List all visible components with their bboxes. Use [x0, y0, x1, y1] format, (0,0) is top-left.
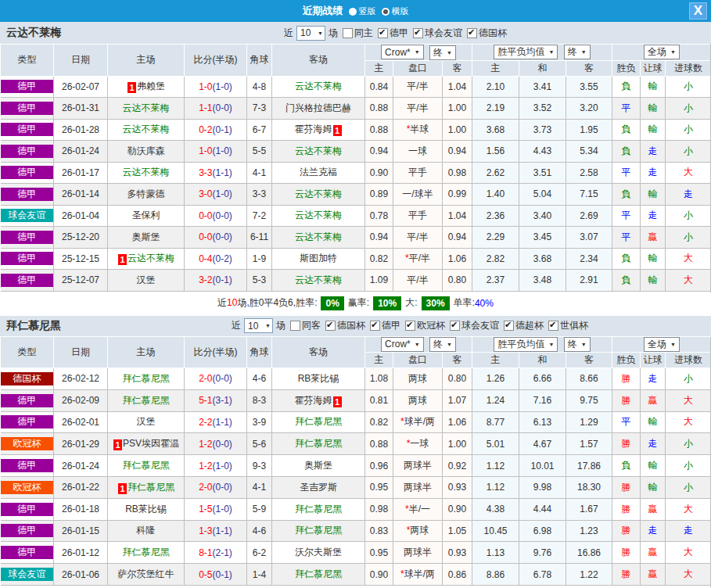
- away-team[interactable]: 云达不莱梅: [272, 227, 365, 249]
- match-row: 德甲26-01-17云达不莱梅3-3(1-1)4-1法兰克福0.90平手0.98…: [1, 162, 711, 184]
- league-filter-checkbox[interactable]: [413, 28, 423, 38]
- home-team[interactable]: 奥斯堡: [108, 227, 185, 249]
- avg-away-odds: 3.55: [566, 76, 612, 98]
- home-team[interactable]: 1弗赖堡: [108, 76, 185, 98]
- home-team[interactable]: 云达不莱梅: [108, 162, 185, 184]
- asian-away-odds: 0.80: [443, 368, 472, 390]
- col-corners: 角球: [247, 336, 272, 368]
- home-team[interactable]: RB莱比锡: [108, 498, 185, 520]
- goals-result: 小: [666, 205, 711, 227]
- bayern-matches-table: 类型 日期 主场 比分(半场) 角球 客场 Crow*▼ 终▼ 胜平负均值▼ 终…: [0, 336, 711, 586]
- home-team[interactable]: 萨尔茨堡红牛: [108, 564, 185, 586]
- asian-home-odds: 0.90: [365, 564, 393, 586]
- league-filter-checkbox[interactable]: [378, 28, 388, 38]
- avg-away-odds: 1.67: [566, 498, 612, 520]
- away-team[interactable]: 拜仁慕尼黑: [272, 411, 365, 433]
- recent-count-select-1[interactable]: 10▼: [296, 26, 325, 41]
- match-row: 德甲26-01-15科隆1-3(1-1)4-6拜仁慕尼黑0.83*两球1.051…: [1, 520, 711, 542]
- asian-line: 两球半: [393, 476, 443, 498]
- same-venue-checkbox-2[interactable]: [290, 321, 300, 331]
- away-team[interactable]: RB莱比锡: [272, 368, 365, 390]
- away-team[interactable]: 拜仁慕尼黑: [272, 520, 365, 542]
- col-avg-home: 主: [472, 60, 519, 76]
- away-team[interactable]: 法兰克福: [272, 162, 365, 184]
- home-team[interactable]: 1云达不莱梅: [108, 248, 185, 270]
- avg-home-odds: 3.68: [472, 119, 519, 141]
- avg-home-odds: 8.77: [472, 411, 519, 433]
- avg-draw-odds: 3.73: [519, 119, 566, 141]
- goals-result: 小: [666, 433, 711, 455]
- handicap-result: 輸: [641, 119, 666, 141]
- avg-draw-odds: 7.16: [519, 389, 566, 411]
- bookmaker-select-1[interactable]: Crow*▼: [381, 45, 424, 59]
- match-score: 3-2(0-1): [185, 270, 247, 292]
- away-team[interactable]: 门兴格拉德巴赫: [272, 98, 365, 120]
- away-team[interactable]: 云达不莱梅: [272, 270, 365, 292]
- avg-draw-odds: 6.78: [519, 564, 566, 586]
- scope-select-1[interactable]: 全场▼: [644, 45, 680, 59]
- home-team[interactable]: 圣保利: [108, 205, 185, 227]
- avg-odds-group: 胜平负均值▼ 终▼: [472, 45, 612, 61]
- avg-select-1[interactable]: 胜平负均值▼: [494, 45, 558, 59]
- recent-count-select-2[interactable]: 10▼: [244, 318, 273, 333]
- away-team[interactable]: 霍芬海姆1: [272, 119, 365, 141]
- home-team[interactable]: 1PSV埃因霍温: [108, 433, 185, 455]
- away-team[interactable]: 圣吉罗斯: [272, 476, 365, 498]
- home-team[interactable]: 多特蒙德: [108, 184, 185, 206]
- league-filter-checkbox[interactable]: [450, 321, 460, 331]
- league-filter-checkbox[interactable]: [325, 321, 336, 331]
- final-select-1b[interactable]: 终▼: [564, 45, 591, 59]
- away-team[interactable]: 云达不莱梅: [272, 76, 365, 98]
- horizontal-layout-radio[interactable]: [382, 8, 390, 16]
- bookmaker-select-2[interactable]: Crow*▼: [381, 337, 424, 352]
- away-team[interactable]: 拜仁慕尼黑: [272, 564, 365, 586]
- avg-away-odds: 18.30: [566, 476, 612, 498]
- away-team[interactable]: 云达不莱梅: [272, 141, 365, 163]
- asian-away-odds: 0.80: [443, 270, 472, 292]
- asian-away-odds: 0.93: [443, 542, 472, 564]
- away-team[interactable]: 云达不莱梅: [272, 205, 365, 227]
- home-team[interactable]: 汉堡: [108, 270, 185, 292]
- home-team[interactable]: 科隆: [108, 520, 185, 542]
- away-team[interactable]: 奥斯堡: [272, 455, 365, 477]
- avg-draw-odds: 6.98: [519, 520, 566, 542]
- same-venue-label-1: 同主: [354, 27, 373, 40]
- away-team[interactable]: 霍芬海姆1: [272, 389, 365, 411]
- away-team[interactable]: 拜仁慕尼黑: [272, 433, 365, 455]
- home-team[interactable]: 1拜仁慕尼黑: [108, 476, 185, 498]
- home-team[interactable]: 汉堡: [108, 411, 185, 433]
- league-filter-checkbox[interactable]: [467, 28, 477, 38]
- final-select-1a[interactable]: 终▼: [429, 45, 456, 60]
- away-team[interactable]: 沃尔夫斯堡: [272, 542, 365, 564]
- col-away: 客场: [272, 45, 365, 77]
- home-team[interactable]: 拜仁慕尼黑: [108, 542, 185, 564]
- final-select-2b[interactable]: 终▼: [564, 337, 591, 352]
- away-team[interactable]: 云达不莱梅: [272, 184, 365, 206]
- league-filter-checkbox[interactable]: [548, 321, 558, 331]
- col-score: 比分(半场): [185, 45, 247, 77]
- home-team[interactable]: 云达不莱梅: [108, 98, 185, 120]
- home-team[interactable]: 勒沃库森: [108, 141, 185, 163]
- col-avg-draw: 和: [519, 353, 566, 368]
- vertical-layout-radio[interactable]: [349, 8, 357, 16]
- corners-value: 4-8: [247, 76, 272, 98]
- final-select-2a[interactable]: 终▼: [429, 337, 456, 352]
- home-team[interactable]: 拜仁慕尼黑: [108, 455, 185, 477]
- avg-select-2[interactable]: 胜平负均值▼: [494, 337, 558, 352]
- league-filter-checkbox[interactable]: [405, 321, 415, 331]
- home-team[interactable]: 拜仁慕尼黑: [108, 368, 185, 390]
- league-filter-checkbox[interactable]: [370, 321, 380, 331]
- home-team[interactable]: 拜仁慕尼黑: [108, 389, 185, 411]
- scope-select-2[interactable]: 全场▼: [644, 337, 680, 352]
- avg-draw-odds: 3.41: [519, 76, 566, 98]
- match-score: 1-3(1-1): [185, 520, 247, 542]
- league-filter-checkbox[interactable]: [504, 321, 514, 331]
- corners-value: 5-9: [247, 498, 272, 520]
- avg-away-odds: 5.34: [566, 141, 612, 163]
- goals-result: 小: [666, 98, 711, 120]
- away-team[interactable]: 斯图加特: [272, 248, 365, 270]
- same-venue-checkbox-1[interactable]: [343, 28, 353, 38]
- close-button[interactable]: X: [689, 2, 707, 20]
- away-team[interactable]: 拜仁慕尼黑: [272, 498, 365, 520]
- home-team[interactable]: 云达不莱梅: [108, 119, 185, 141]
